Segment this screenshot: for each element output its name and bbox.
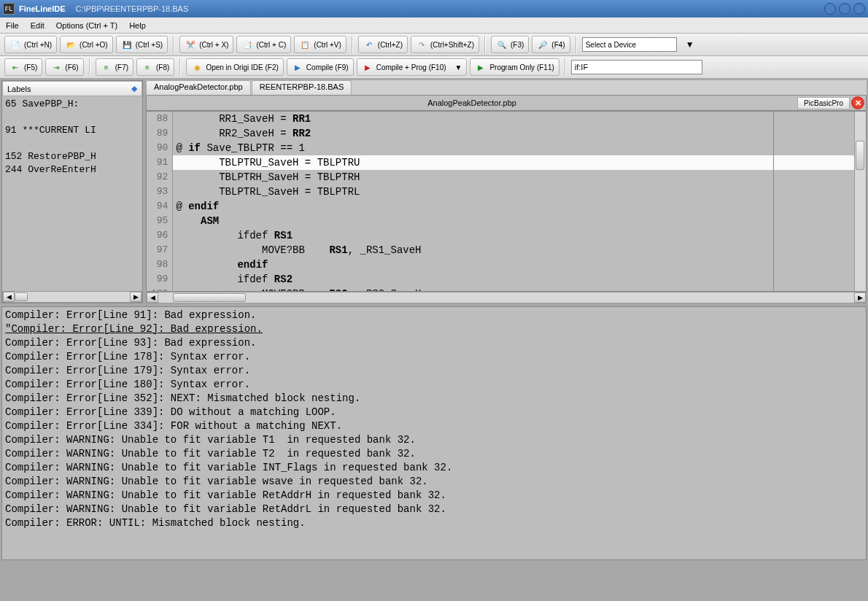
editor-panel: AnalogPeakDetector.pbp REENTERPBP-18.BAS… — [146, 80, 867, 303]
scroll-left-icon[interactable]: ◀ — [147, 292, 158, 303]
output-line[interactable]: Compiler: ERROR: UNTIL: Mismatched block… — [5, 516, 863, 530]
code-editor[interactable]: 888990919293949596979899100 RR1_SaveH = … — [146, 111, 867, 292]
app-name: FineLineIDE — [19, 4, 66, 13]
paste-icon: 📋 — [299, 39, 311, 50]
output-line[interactable]: Compiler: WARNING: Unable to fit variabl… — [5, 447, 863, 461]
label-item[interactable]: 65 SavePBP_H: — [5, 98, 139, 111]
tab-0[interactable]: AnalogPeakDetector.pbp — [146, 80, 251, 95]
code-line[interactable]: MOVE?BB RS2, RS2 SaveH — [173, 287, 854, 291]
scroll-thumb[interactable] — [856, 141, 864, 170]
output-line[interactable]: Compiler: WARNING: Unable to fit variabl… — [5, 461, 863, 475]
compiler-output[interactable]: Compiler: Error[Line 91]: Bad expression… — [1, 306, 867, 560]
language-badge[interactable]: PicBasicPro — [797, 97, 850, 109]
editor-vscroll[interactable] — [854, 112, 866, 291]
save-button[interactable]: 💾(Ctrl +S) — [116, 36, 168, 53]
program-only-button[interactable]: ▶Program Only (F11) — [470, 58, 559, 76]
paste-button[interactable]: 📋(Ctrl +V) — [294, 36, 346, 53]
scroll-thumb[interactable] — [173, 293, 246, 302]
device-select[interactable]: Select a Device — [582, 37, 677, 52]
output-line[interactable]: Compiler: Error[Line 334]: FOR without a… — [5, 419, 863, 433]
indent-left-icon: ⇤ — [9, 61, 21, 73]
output-line[interactable]: Compiler: Error[Line 91]: Bad expression… — [5, 309, 863, 322]
labels-list[interactable]: 65 SavePBP_H: 91 ***CURRENT LI 152 Resto… — [2, 96, 142, 291]
indent-right-button[interactable]: ⇥(F6) — [45, 58, 83, 76]
comment-button[interactable]: ≡(F7) — [96, 58, 133, 76]
editor-tabs: AnalogPeakDetector.pbp REENTERPBP-18.BAS — [146, 80, 867, 95]
compile-prog-button[interactable]: ▶Compile + Prog (F10)▼ — [357, 58, 468, 76]
menu-options[interactable]: Options (Ctrl + T) — [56, 21, 117, 30]
find-next-button[interactable]: 🔎(F4) — [532, 36, 570, 53]
label-item[interactable] — [5, 137, 139, 150]
comment-icon: ≡ — [101, 61, 112, 73]
redo-button[interactable]: ↷(Ctrl+Shift+Z) — [411, 36, 479, 53]
uncomment-button[interactable]: ≡(F8) — [136, 58, 174, 76]
tab-1[interactable]: REENTERPBP-18.BAS — [252, 80, 352, 95]
code-line[interactable]: @ endif — [173, 199, 854, 214]
separator — [352, 36, 353, 53]
minimize-button[interactable] — [824, 3, 836, 15]
toolbar-2: ⇤(F5) ⇥(F6) ≡(F7) ≡(F8) ◉Open in Origi I… — [0, 56, 868, 79]
menu-help[interactable]: Help — [129, 21, 146, 30]
separator — [576, 36, 577, 53]
close-file-button[interactable]: ✕ — [851, 96, 864, 109]
find-button[interactable]: 🔍(F3) — [491, 36, 529, 53]
label-item[interactable]: 152 RestorePBP_H — [5, 150, 139, 163]
play-green-icon: ▶ — [475, 61, 487, 73]
output-line[interactable]: Compiler: WARNING: Unable to fit variabl… — [5, 503, 863, 516]
dropdown-icon[interactable]: ▼ — [686, 39, 694, 50]
labels-hscroll[interactable]: ◀▶ — [2, 291, 142, 303]
code-line[interactable]: MOVE?BB RS1, _RS1_SaveH — [173, 243, 854, 257]
new-button[interactable]: 📄(Ctrl +N) — [4, 36, 57, 53]
separator — [484, 36, 486, 53]
copy-button[interactable]: 📑(Ctrl + C) — [236, 36, 291, 53]
editor-hscroll[interactable]: ◀▶ — [146, 292, 867, 303]
output-line[interactable]: Compiler: Error[Line 180]: Syntax error. — [5, 378, 863, 392]
output-line[interactable]: Compiler: Error[Line 93]: Bad expression… — [5, 336, 863, 350]
output-line[interactable]: Compiler: WARNING: Unable to fit variabl… — [5, 433, 863, 447]
toolbar-1: 📄(Ctrl +N) 📂(Ctrl +O) 💾(Ctrl +S) ✂️(Ctrl… — [0, 34, 868, 56]
scroll-right-icon[interactable]: ▶ — [854, 292, 866, 303]
indent-left-button[interactable]: ⇤(F5) — [4, 58, 42, 76]
code-line[interactable]: ifdef RS1 — [173, 228, 854, 243]
undo-button[interactable]: ↶(Ctrl+Z) — [358, 36, 408, 53]
open-orig-ide-button[interactable]: ◉Open in Origi IDE (F2) — [186, 58, 283, 76]
code-line[interactable]: @ if Save_TBLPTR == 1 — [173, 141, 854, 155]
output-line[interactable]: Compiler: Error[Line 179]: Syntax error. — [5, 364, 863, 378]
indent-right-icon: ⇥ — [50, 61, 62, 73]
code-body[interactable]: RR1_SaveH = RR1 RR2_SaveH = RR2@ if Save… — [173, 112, 854, 291]
output-line[interactable]: Compiler: Error[Line 352]: NEXT: Mismatc… — [5, 392, 863, 406]
code-line[interactable]: ifdef RS2 — [173, 272, 854, 287]
close-window-button[interactable] — [853, 3, 865, 15]
code-line[interactable]: ASM — [173, 214, 854, 228]
code-line[interactable]: TBLPTRU_SaveH = TBLPTRU — [173, 155, 854, 170]
maximize-button[interactable] — [839, 3, 850, 15]
code-line[interactable]: endif — [173, 257, 854, 272]
menu-file[interactable]: File — [6, 21, 19, 30]
label-item[interactable]: 91 ***CURRENT LI — [5, 124, 139, 137]
label-item[interactable]: 244 OverReEnterH — [5, 163, 139, 177]
menu-edit[interactable]: Edit — [31, 21, 44, 30]
code-line[interactable]: RR1_SaveH = RR1 — [173, 112, 854, 126]
code-line[interactable]: TBLPTRL_SaveH = TBLPTRL — [173, 185, 854, 199]
output-line[interactable]: Compiler: Error[Line 339]: DO without a … — [5, 406, 863, 419]
output-line[interactable]: Compiler: WARNING: Unable to fit variabl… — [5, 489, 863, 503]
orig-ide-icon: ◉ — [191, 61, 203, 73]
labels-header: Labels — [7, 85, 31, 93]
code-line[interactable]: TBLPTRH_SaveH = TBLPTRH — [173, 170, 854, 185]
open-button[interactable]: 📂(Ctrl +O) — [60, 36, 113, 53]
if-input[interactable] — [571, 60, 702, 74]
save-icon: 💾 — [121, 39, 133, 50]
code-line[interactable]: RR2_SaveH = RR2 — [173, 126, 854, 141]
label-item[interactable] — [5, 111, 139, 124]
ruler-line — [773, 112, 774, 291]
output-line[interactable]: Compiler: WARNING: Unable to fit variabl… — [5, 475, 863, 489]
output-line[interactable]: "Compiler: Error[Line 92]: Bad expressio… — [5, 322, 863, 336]
cut-button[interactable]: ✂️(Ctrl + X) — [179, 36, 233, 53]
dropdown-icon[interactable]: ▼ — [455, 63, 462, 71]
output-line[interactable]: Compiler: Error[Line 178]: Syntax error. — [5, 350, 863, 364]
scroll-left-icon[interactable]: ◀ — [3, 292, 15, 302]
scroll-right-icon[interactable]: ▶ — [130, 292, 142, 302]
scroll-thumb[interactable] — [15, 292, 28, 301]
compile-button[interactable]: ▶Compile (F9) — [287, 58, 354, 76]
labels-dropdown[interactable]: Labels ◆ — [2, 81, 142, 96]
